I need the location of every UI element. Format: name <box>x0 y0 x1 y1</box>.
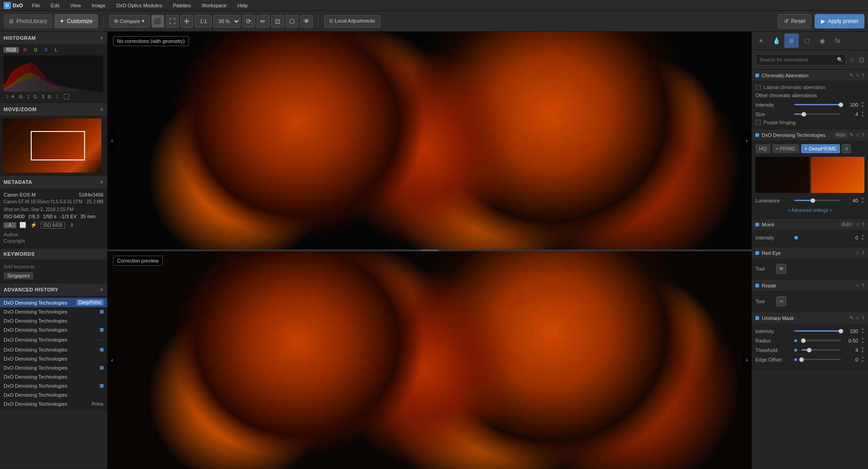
denoising-luminance-slider[interactable] <box>794 200 841 201</box>
metadata-header[interactable]: METADATA × <box>0 176 107 188</box>
denoising-edit-icon[interactable]: ✎ <box>849 132 854 138</box>
hist-tab-rgb[interactable]: RGB <box>4 47 19 53</box>
unsharp-star-icon[interactable]: ☆ <box>855 315 860 321</box>
history-item[interactable]: DxO Denoising Technologies <box>0 316 107 325</box>
search-input[interactable] <box>755 54 846 66</box>
local-adjustments-btn[interactable]: ⊙ Local Adjustments <box>324 15 380 28</box>
ca-size-up[interactable]: ▲ <box>861 110 864 114</box>
denoising-prime-tab[interactable]: + PRIME <box>772 144 799 153</box>
histogram-close[interactable]: × <box>100 34 104 42</box>
redeye-enable[interactable] <box>755 251 759 255</box>
histogram-settings-icon[interactable] <box>64 94 69 99</box>
movezoom-close[interactable]: × <box>100 106 104 113</box>
ca-intensity-slider[interactable] <box>794 104 841 105</box>
repair-help-icon[interactable]: ? <box>862 283 864 288</box>
zoom-select[interactable]: 30 % <box>213 15 241 28</box>
onetoone-btn[interactable]: 1:1 <box>195 15 212 28</box>
apply-preset-button[interactable]: ▶ Apply preset <box>815 14 864 28</box>
history-item[interactable]: DxO Denoising Technologies <box>0 325 107 334</box>
hist-tab-r[interactable]: R <box>21 47 29 53</box>
image-top[interactable]: No corrections (with geometry) ‹ › <box>108 32 751 249</box>
unsharp-edge-offset-down[interactable]: ▼ <box>861 360 864 363</box>
rp-geometry-icon[interactable]: ⬡ <box>800 33 814 48</box>
redeye-tool-icon[interactable]: 👁 <box>776 264 786 274</box>
unsharp-threshold-down[interactable]: ▼ <box>861 350 864 354</box>
geometry-btn[interactable]: ⬡ <box>286 15 298 28</box>
menu-palettes[interactable]: Palettes <box>171 2 193 9</box>
unsharp-edge-offset-up[interactable]: ▲ <box>861 356 864 359</box>
history-item[interactable]: DxO Denoising Technologies <box>0 390 107 399</box>
moire-header[interactable]: Moiré Auto ☆ ? <box>752 219 868 230</box>
repair-header[interactable]: Repair ☆ ? <box>752 280 868 291</box>
ca-star-icon[interactable]: ☆ <box>855 72 860 78</box>
thumbnail-container[interactable] <box>3 118 101 173</box>
histogram-header[interactable]: HISTOGRAM × <box>0 32 107 44</box>
movezoom-header[interactable]: MOVE/ZOOM × <box>0 103 107 116</box>
metadata-close[interactable]: × <box>100 178 104 186</box>
thumbnail-viewport[interactable] <box>31 131 85 160</box>
unsharp-help-icon[interactable]: ? <box>862 315 864 321</box>
history-item[interactable]: DxO Denoising Technologies DeepPrime <box>0 298 107 307</box>
moire-enable[interactable] <box>755 223 759 226</box>
denoising-header[interactable]: DxO Denoising Technologies Auto ✎ ☆ ? <box>752 129 868 141</box>
denoising-deepprime-tab[interactable]: + DeepPRIME <box>801 144 840 153</box>
unsharp-intensity-down[interactable]: ▼ <box>861 331 864 335</box>
compare-button[interactable]: ⧉ Compare ▾ <box>109 15 150 28</box>
moire-intensity-up[interactable]: ▲ <box>861 234 864 237</box>
history-item[interactable]: DxO Denoising Technologies <box>0 307 107 316</box>
unsharp-edit-icon[interactable]: ✎ <box>849 315 854 321</box>
unsharp-edge-offset-slider[interactable] <box>802 359 841 360</box>
history-item[interactable]: DxO Denoising Technologies <box>0 381 107 390</box>
menu-workspace[interactable]: Workspace <box>200 2 228 9</box>
keyword-input[interactable] <box>4 263 104 270</box>
flash-icon[interactable]: ⚡ <box>30 221 38 229</box>
ca-intensity-down[interactable]: ▼ <box>861 105 864 108</box>
redeye-header[interactable]: Red Eye ☆ ? <box>752 247 868 258</box>
info-icon[interactable]: ℹ <box>68 221 76 229</box>
chromatic-aberration-header[interactable]: Chromatic Aberration ✎ ☆ ? <box>752 70 868 81</box>
history-item[interactable]: DxO Denoising Technologies ⋯ <box>0 334 107 345</box>
rotate-btn[interactable]: ⟳ <box>242 15 255 28</box>
nav-arrow-left-top[interactable]: ‹ <box>108 131 117 150</box>
unsharp-threshold-slider[interactable] <box>802 349 841 351</box>
moire-star-icon[interactable]: ☆ <box>855 221 860 227</box>
image-bottom[interactable]: Correction preview ‹ › <box>108 251 751 469</box>
expand-btn[interactable]: ⛶ <box>166 15 179 28</box>
customize-tab[interactable]: ✦ Customize <box>54 14 98 28</box>
rp-droplets-icon[interactable]: 💧 <box>769 33 783 48</box>
photolibrary-tab[interactable]: ⊞ PhotoLibrary <box>4 14 52 28</box>
hist-tab-b[interactable]: B <box>42 47 51 53</box>
chromatic-aberration-enable[interactable] <box>755 74 759 77</box>
history-item[interactable]: DxO Denoising Technologies <box>0 372 107 381</box>
history-item[interactable]: DxO Denoising Technologies Prime <box>0 399 107 408</box>
eyedropper-btn[interactable]: 👁 <box>300 15 313 28</box>
ca-edit-icon[interactable]: ✎ <box>849 72 854 78</box>
redeye-help-icon[interactable]: ? <box>862 250 864 256</box>
menu-image[interactable]: Image <box>90 2 108 9</box>
denoising-star-icon[interactable]: ☆ <box>855 132 860 138</box>
denoising-luminance-down[interactable]: ▼ <box>861 201 864 204</box>
unsharp-intensity-up[interactable]: ▲ <box>861 327 864 331</box>
nav-arrow-right-top[interactable]: › <box>742 131 751 150</box>
unsharp-radius-up[interactable]: ▲ <box>861 337 864 340</box>
redeye-star-icon[interactable]: ☆ <box>855 250 860 256</box>
split-view-btn[interactable]: ⬛ <box>151 15 164 28</box>
sun-icon[interactable]: ☀ <box>10 94 15 100</box>
nav-arrow-left-bottom[interactable]: ‹ <box>108 351 117 369</box>
rp-detail-icon[interactable]: ⊛ <box>784 33 799 48</box>
unsharp-mask-header[interactable]: Unsharp Mask ✎ ☆ ? <box>752 312 868 324</box>
toggle-all-icon[interactable]: ⊡ <box>859 56 864 63</box>
menu-edit[interactable]: Edit <box>49 2 61 9</box>
nav-arrow-right-bottom[interactable]: › <box>742 351 751 369</box>
reset-button[interactable]: ↺ Reset <box>778 14 811 28</box>
lateral-ca-checkbox[interactable] <box>755 84 761 90</box>
ca-size-slider[interactable] <box>794 113 841 115</box>
hist-tab-l[interactable]: L <box>52 47 60 53</box>
hist-tab-g[interactable]: G <box>31 47 40 53</box>
rp-fx-icon[interactable]: fx <box>830 33 845 48</box>
menu-view[interactable]: View <box>68 2 83 9</box>
unsharp-radius-down[interactable]: ▼ <box>861 341 864 344</box>
purple-fringing-checkbox[interactable] <box>755 120 761 125</box>
menu-file[interactable]: File <box>30 2 42 9</box>
keywords-header[interactable]: Keywords <box>0 249 107 259</box>
